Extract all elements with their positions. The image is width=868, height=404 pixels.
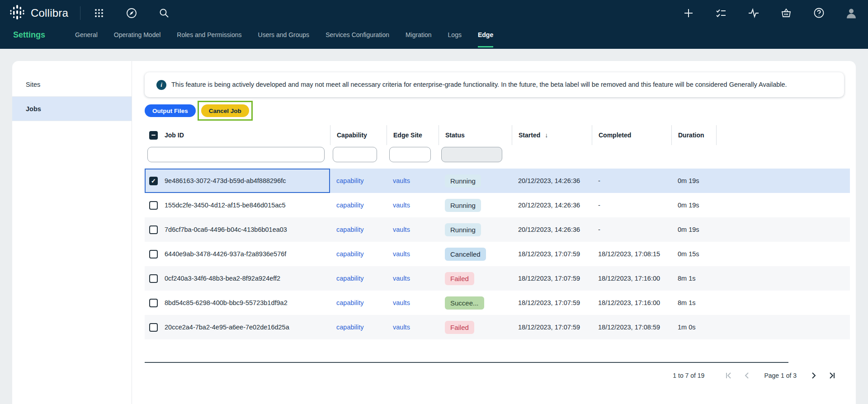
collibra-logo[interactable]: Collibra [9, 4, 68, 22]
collibra-logo-icon [9, 4, 25, 22]
jobs-main-content: i This feature is being actively develop… [132, 61, 856, 404]
completed-cell: 18/12/2023, 17:08:15 [592, 242, 671, 266]
status-badge: Succee... [445, 296, 484, 310]
tab-operating-model[interactable]: Operating Model [114, 26, 161, 47]
edge-sidebar: SitesJobs [12, 61, 132, 404]
job-id-value: 7d6cf7ba-0ca6-4496-b04c-413b6b01ea03 [165, 226, 287, 233]
tab-migration[interactable]: Migration [406, 26, 432, 47]
table-row[interactable]: 155dc2fe-3450-4d12-af15-be846d015ac5capa… [145, 193, 850, 217]
capability-link[interactable]: capability [336, 177, 363, 184]
sort-descending-icon[interactable]: ↓ [545, 132, 548, 139]
column-header-completed[interactable]: Completed [592, 125, 671, 145]
edge-site-link[interactable]: vaults [393, 324, 410, 331]
capability-filter-input[interactable] [333, 147, 377, 162]
compass-icon[interactable] [126, 7, 137, 19]
capability-link[interactable]: capability [336, 226, 363, 233]
previous-page-button[interactable] [741, 370, 752, 381]
row-checkbox[interactable] [149, 323, 158, 332]
job-id-cell: 7d6cf7ba-0ca6-4496-b04c-413b6b01ea03 [145, 217, 330, 242]
column-header-started[interactable]: Started ↓ [512, 125, 592, 145]
jobs-table: Job ID Capability Edge Site Status Start… [145, 125, 850, 339]
job-id-cell: ✓9e486163-3072-473d-b59d-ab4f888296fc [145, 169, 330, 193]
sidebar-item-sites[interactable]: Sites [12, 72, 132, 97]
table-row[interactable]: 20cce2a4-7ba2-4e95-a6ee-7e02de16d25acapa… [145, 315, 850, 339]
add-plus-icon[interactable] [683, 7, 694, 19]
apps-grid-icon[interactable] [93, 7, 105, 19]
search-icon[interactable] [158, 7, 170, 19]
status-badge: Running [445, 199, 481, 212]
job-id-cell: 6440e9ab-3478-4426-937a-f2a8936e576f [145, 242, 330, 266]
next-page-button[interactable] [808, 370, 819, 381]
row-checkbox[interactable] [149, 274, 158, 283]
topbar-divider [80, 6, 80, 20]
info-icon: i [156, 80, 166, 90]
tab-roles-and-permissions[interactable]: Roles and Permissions [177, 26, 241, 47]
capability-link[interactable]: capability [336, 275, 363, 282]
tab-general[interactable]: General [75, 26, 98, 47]
column-header-capability[interactable]: Capability [330, 125, 387, 145]
job-id-value: 155dc2fe-3450-4d12-af15-be846d015ac5 [165, 202, 286, 209]
capability-link[interactable]: capability [336, 202, 363, 209]
last-page-button[interactable] [826, 370, 837, 381]
row-checkbox[interactable]: ✓ [149, 177, 158, 185]
first-page-button[interactable] [723, 370, 734, 381]
tab-logs[interactable]: Logs [448, 26, 462, 47]
table-row[interactable]: 0cf240a3-34f6-48b3-bea2-8f92a924eff2capa… [145, 266, 850, 291]
column-header-spacer [716, 125, 757, 145]
edge-site-filter-input[interactable] [389, 147, 431, 162]
table-row[interactable]: ✓9e486163-3072-473d-b59d-ab4f888296fccap… [145, 169, 850, 193]
jobs-table-body: ✓9e486163-3072-473d-b59d-ab4f888296fccap… [145, 169, 850, 339]
jobs-table-header: Job ID Capability Edge Site Status Start… [145, 125, 850, 145]
edge-site-link[interactable]: vaults [393, 226, 410, 233]
started-cell: 18/12/2023, 17:07:59 [512, 242, 592, 266]
capability-link[interactable]: capability [336, 324, 363, 331]
capability-link[interactable]: capability [336, 299, 363, 306]
started-cell: 18/12/2023, 17:07:59 [512, 266, 592, 291]
edge-site-link[interactable]: vaults [393, 177, 410, 184]
column-header-duration[interactable]: Duration [671, 125, 716, 145]
column-header-job-id[interactable]: Job ID [165, 132, 184, 139]
pagination-bar: 1 to 7 of 19 Page 1 of 3 [145, 363, 850, 381]
tab-services-configuration[interactable]: Services Configuration [326, 26, 389, 47]
table-row[interactable]: 8bd54c85-6298-400b-bbc9-55723b1df9a2capa… [145, 291, 850, 315]
table-row[interactable]: 7d6cf7ba-0ca6-4496-b04c-413b6b01ea03capa… [145, 217, 850, 242]
job-id-filter-input[interactable] [147, 147, 325, 162]
cancel-job-highlight-box: Cancel Job [201, 104, 249, 117]
row-checkbox[interactable] [149, 250, 158, 258]
completed-cell: 18/12/2023, 17:16:00 [592, 291, 671, 315]
column-header-edge-site[interactable]: Edge Site [387, 125, 439, 145]
help-icon[interactable] [813, 7, 825, 19]
started-cell: 20/12/2023, 14:26:36 [512, 217, 592, 242]
edge-site-link[interactable]: vaults [393, 275, 410, 282]
tasks-checklist-icon[interactable] [715, 7, 727, 19]
beta-info-banner: i This feature is being actively develop… [145, 72, 844, 97]
row-checkbox[interactable] [149, 225, 158, 234]
edge-site-link[interactable]: vaults [393, 202, 410, 209]
pagination-page-label: Page 1 of 3 [764, 372, 797, 379]
tab-edge[interactable]: Edge [478, 26, 493, 47]
settings-tabs: GeneralOperating ModelRoles and Permissi… [75, 26, 509, 47]
pagination-range-label: 1 to 7 of 19 [673, 372, 704, 379]
edge-site-link[interactable]: vaults [393, 250, 410, 258]
status-filter-input[interactable] [441, 147, 502, 162]
row-checkbox[interactable] [149, 299, 158, 307]
tab-users-and-groups[interactable]: Users and Groups [258, 26, 310, 47]
status-badge: Running [445, 174, 481, 188]
started-cell: 20/12/2023, 14:26:36 [512, 193, 592, 217]
output-files-button[interactable]: Output Files [145, 104, 196, 117]
column-header-status[interactable]: Status [439, 125, 512, 145]
sidebar-item-jobs[interactable]: Jobs [12, 97, 132, 121]
duration-cell: 8m 1s [671, 291, 716, 315]
select-all-checkbox[interactable] [149, 131, 158, 140]
status-badge: Running [445, 223, 481, 236]
started-cell: 18/12/2023, 17:07:59 [512, 291, 592, 315]
edge-site-link[interactable]: vaults [393, 299, 410, 306]
user-avatar[interactable] [845, 7, 857, 19]
cancel-job-button[interactable]: Cancel Job [201, 104, 249, 117]
row-checkbox[interactable] [149, 201, 158, 210]
basket-icon[interactable] [780, 7, 792, 19]
completed-cell: 18/12/2023, 17:08:59 [592, 315, 671, 339]
table-row[interactable]: 6440e9ab-3478-4426-937a-f2a8936e576fcapa… [145, 242, 850, 266]
capability-link[interactable]: capability [336, 250, 363, 258]
activity-pulse-icon[interactable] [748, 7, 760, 19]
